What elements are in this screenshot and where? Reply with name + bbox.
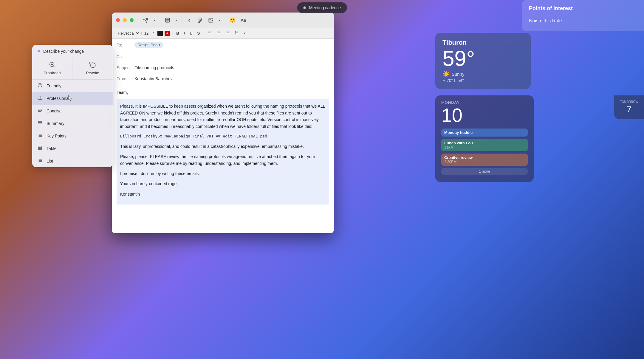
ai-menu-professional[interactable]: Professional — [32, 92, 113, 105]
weather-temp: 59° — [442, 48, 524, 69]
body-signature: Konstantin — [120, 191, 326, 197]
format-toolbar: Helvetica | 12 ⌃ A | B I U S | — [112, 28, 334, 39]
weather-condition: Sunny — [452, 72, 465, 77]
weather-high-low: H:70° L:54° — [442, 78, 524, 83]
proofread-button[interactable]: Proofread — [32, 57, 72, 79]
body-para3: Please, please, PLEASE review the file n… — [120, 153, 326, 167]
ai-menu-key-points[interactable]: Key Points — [32, 130, 113, 142]
calendar-day-label: MONDAY — [441, 100, 528, 105]
calendar-date: 10 — [441, 106, 528, 125]
calendar-event-3[interactable]: Creative review 2:30PM — [441, 154, 528, 166]
back-icon[interactable] — [185, 16, 194, 25]
align-center-button[interactable] — [215, 30, 223, 36]
friendly-label: Friendly — [47, 83, 61, 88]
ai-popup: ✦ Describe your change Proofread Rewrite — [32, 45, 113, 167]
cc-field[interactable]: Cc: — [112, 51, 334, 62]
notification-bar: Meeting cadence — [297, 2, 347, 13]
attachment-icon[interactable] — [196, 16, 205, 25]
poi-widget: Points of Interest Naismith's Rule — [522, 0, 644, 31]
ai-menu-concise[interactable]: Concise — [32, 105, 113, 117]
rewrite-button[interactable]: Rewrite — [72, 57, 113, 79]
compose-icon[interactable] — [163, 16, 172, 25]
body-para2: This is lazy, unprofessional, and could … — [120, 143, 326, 150]
proofread-label: Proofread — [44, 71, 61, 75]
indent-button[interactable] — [242, 30, 250, 36]
professional-label: Professional — [47, 96, 69, 101]
cc-label: Cc: — [117, 54, 134, 59]
mail-window: ▾ ▾ — [112, 13, 334, 233]
svg-point-30 — [38, 83, 42, 87]
poi-title: Points of Interest — [529, 5, 637, 12]
calendar-event-1[interactable]: Monday huddle — [441, 129, 528, 137]
emoji-icon[interactable]: 🙂 — [228, 16, 237, 25]
weather-city: Tiburon — [442, 39, 524, 47]
font-size-chevron[interactable]: ⌃ — [151, 31, 156, 35]
text-highlight-swatch[interactable]: A — [165, 31, 170, 36]
to-recipient-chip[interactable]: Design Pod — [134, 42, 163, 48]
photo-dropdown-icon[interactable]: ▾ — [217, 16, 222, 25]
maximize-button[interactable] — [130, 18, 134, 22]
concise-label: Concise — [47, 109, 62, 113]
event-title-3: Creative review — [444, 155, 525, 160]
minimize-button[interactable] — [123, 18, 127, 22]
photo-icon[interactable] — [206, 16, 215, 25]
calendar-more[interactable]: 1 more — [441, 168, 528, 175]
notification-icon — [303, 6, 306, 9]
body-selected-content: Please. It is IMPOSSIBLE to keep assets … — [117, 99, 329, 205]
concise-icon — [37, 108, 43, 114]
mail-content: To: Design Pod Cc: Subject: File naming … — [112, 39, 334, 233]
key-points-icon — [37, 133, 43, 139]
italic-button[interactable]: I — [182, 30, 187, 36]
send-dropdown-icon[interactable]: ▾ — [152, 16, 157, 25]
toolbar-separator-2 — [182, 17, 182, 23]
body-closing: Yours in barely-contained rage, — [120, 180, 326, 187]
poi-item-naismith[interactable]: Naismith's Rule — [529, 16, 637, 26]
align-left-button[interactable] — [206, 30, 214, 36]
ai-menu-friendly[interactable]: Friendly — [32, 80, 113, 92]
mail-body[interactable]: Team, Please. It is IMPOSSIBLE to keep a… — [112, 84, 334, 233]
ai-header-text: Describe your change — [43, 49, 84, 54]
tomorrow-label: TOMORROW — [617, 100, 641, 103]
more-events-label: 1 more — [479, 169, 490, 174]
send-icon[interactable] — [141, 16, 150, 25]
format-icon[interactable]: Aa — [239, 16, 248, 25]
svg-point-56 — [38, 159, 38, 159]
ai-menu-summary[interactable]: Summary — [32, 117, 113, 130]
proofread-icon — [49, 61, 55, 69]
professional-icon — [37, 95, 43, 101]
text-color-swatch[interactable] — [157, 31, 163, 36]
font-size-display[interactable]: 12 — [143, 30, 150, 36]
strikethrough-button[interactable]: S — [196, 30, 202, 36]
svg-point-21 — [235, 33, 236, 33]
to-field: To: Design Pod — [112, 39, 334, 51]
notification-text: Meeting cadence — [309, 5, 341, 10]
body-para1: Please. It is IMPOSSIBLE to keep assets … — [120, 103, 326, 130]
ai-menu-list[interactable]: List — [32, 155, 113, 167]
svg-point-20 — [235, 32, 236, 32]
list-label: List — [47, 159, 53, 163]
tomorrow-date: 7 — [617, 105, 641, 114]
tomorrow-widget: TOMORROW 7 — [614, 95, 644, 119]
underline-button[interactable]: U — [188, 30, 194, 36]
event-time-2: 11AM — [444, 145, 525, 149]
rewrite-icon — [89, 61, 96, 69]
subject-value[interactable]: File naming protocols — [134, 65, 174, 70]
close-button[interactable] — [116, 18, 120, 22]
widgets-area: Points of Interest Naismith's Rule Tibur… — [435, 0, 644, 359]
summary-label: Summary — [47, 121, 64, 126]
align-right-button[interactable] — [224, 30, 232, 36]
bold-button[interactable]: B — [174, 30, 181, 36]
body-greeting: Team, — [117, 89, 329, 96]
list-button[interactable] — [233, 30, 241, 36]
svg-point-22 — [235, 34, 236, 34]
ai-menu-table[interactable]: Table — [32, 142, 113, 155]
table-label: Table — [47, 146, 56, 151]
table-icon — [37, 146, 43, 151]
from-field: From: Konstantin Babichev — [112, 73, 334, 84]
to-label: To: — [117, 43, 134, 47]
summary-icon — [37, 120, 43, 126]
font-family-select[interactable]: Helvetica — [115, 30, 140, 36]
calendar-event-2[interactable]: Lunch with Lou 11AM — [441, 139, 528, 151]
compose-dropdown-icon[interactable]: ▾ — [174, 16, 179, 25]
ai-popup-header: ✦ Describe your change — [32, 45, 113, 57]
